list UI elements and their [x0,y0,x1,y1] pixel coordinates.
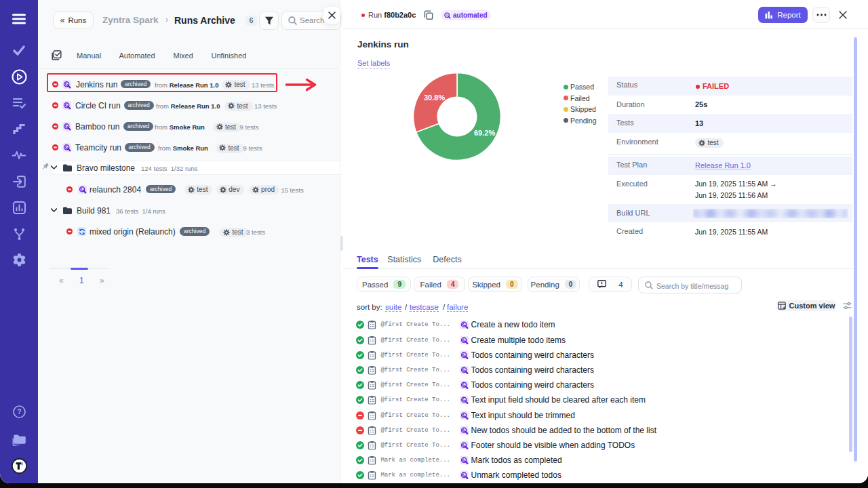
svg-text:69.2%: 69.2% [474,129,495,137]
svg-text:30.8%: 30.8% [424,94,445,102]
svg-text:?: ? [17,407,21,415]
